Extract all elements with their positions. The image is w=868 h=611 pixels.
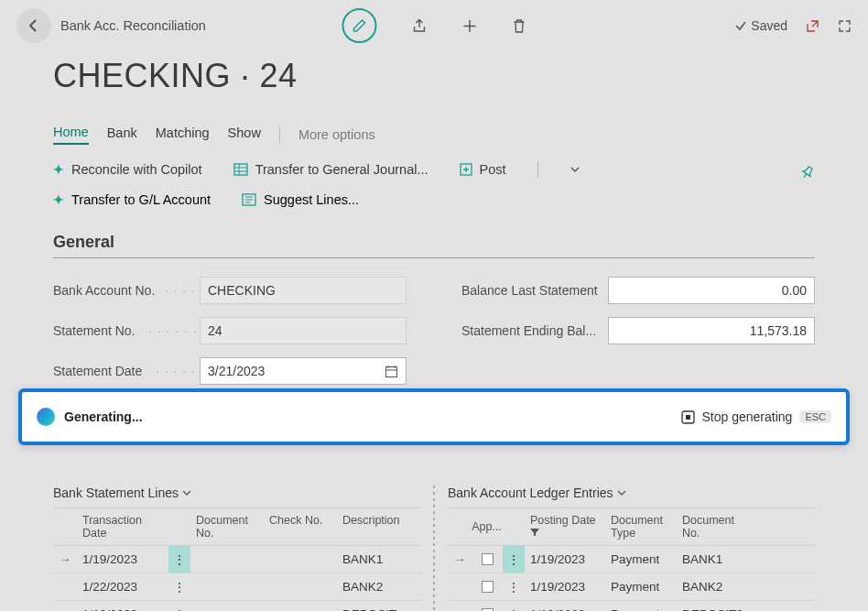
cell-doc-type: Payment bbox=[605, 580, 677, 594]
row-actions-button[interactable]: ⋮ bbox=[168, 546, 190, 573]
popout-icon bbox=[806, 19, 819, 33]
col-posting-date[interactable]: Posting Date bbox=[525, 508, 605, 545]
chevron-down-icon bbox=[617, 490, 626, 496]
col-transaction-date[interactable]: Transaction Date bbox=[77, 508, 168, 545]
row-actions-button[interactable]: ⋮ bbox=[168, 573, 190, 600]
cell-desc: BANK2 bbox=[337, 580, 408, 594]
suggest-lines-button[interactable]: Suggest Lines... bbox=[242, 192, 359, 207]
label-statement-no: Statement No. bbox=[53, 323, 200, 338]
input-statement-no[interactable]: 24 bbox=[200, 317, 407, 344]
left-panel-title[interactable]: Bank Statement Lines bbox=[53, 486, 179, 500]
page-breadcrumb: Bank Acc. Reconciliation bbox=[60, 18, 206, 33]
action-label: Transfer to General Journal... bbox=[255, 162, 429, 177]
tab-matching[interactable]: Matching bbox=[156, 125, 210, 144]
action-label: Post bbox=[480, 162, 506, 177]
table-row[interactable]: 1/19/2023 ⋮ DEPOSIT bbox=[53, 601, 420, 611]
col-check-no[interactable]: Check No. bbox=[264, 508, 337, 545]
row-indicator: → bbox=[448, 552, 472, 566]
row-indicator: → bbox=[53, 552, 77, 566]
post-button[interactable]: Post bbox=[460, 162, 506, 177]
input-statement-date[interactable]: 3/21/2023 bbox=[200, 357, 407, 385]
cell-desc: DEPOSIT bbox=[337, 607, 408, 611]
svg-rect-0 bbox=[234, 164, 247, 175]
expand-icon bbox=[838, 19, 852, 33]
page-title: CHECKING · 24 bbox=[53, 57, 815, 95]
general-heading: General bbox=[53, 233, 815, 258]
reconcile-copilot-button[interactable]: ✦ Reconcile with Copilot bbox=[53, 162, 202, 177]
label-bank-account-no: Bank Account No. bbox=[53, 283, 200, 298]
esc-badge: ESC bbox=[799, 410, 831, 423]
share-icon bbox=[412, 18, 428, 34]
share-button[interactable] bbox=[412, 18, 428, 34]
row-actions-button[interactable]: ⋮ bbox=[168, 601, 190, 611]
post-icon bbox=[460, 163, 472, 176]
table-row[interactable]: ⋮ 1/19/2023 Payment BANK2 bbox=[448, 573, 815, 601]
svg-rect-3 bbox=[386, 366, 397, 376]
journal-icon bbox=[233, 163, 248, 176]
post-dropdown[interactable] bbox=[570, 166, 580, 173]
pin-icon bbox=[800, 165, 815, 180]
cell-posting-date: 1/19/2023 bbox=[525, 552, 605, 566]
cell-doc-type: Payment bbox=[605, 607, 677, 611]
copilot-icon bbox=[37, 408, 55, 426]
calendar-icon bbox=[385, 365, 398, 378]
pencil-icon bbox=[353, 18, 367, 33]
col-document-no[interactable]: Document No. bbox=[677, 508, 752, 545]
panel-divider[interactable] bbox=[433, 486, 435, 611]
transfer-gl-button[interactable]: ✦ Transfer to G/L Account bbox=[53, 192, 211, 207]
col-description[interactable]: Description bbox=[337, 508, 408, 545]
more-options-button[interactable]: More options bbox=[298, 127, 375, 142]
label-balance-last: Balance Last Statement bbox=[461, 283, 608, 298]
table-row[interactable]: → ⋮ 1/19/2023 Payment BANK1 bbox=[448, 546, 815, 573]
cell-date: 1/22/2023 bbox=[77, 580, 168, 594]
table-row[interactable]: ⋮ 1/19/2023 Payment DEPOSIT3 bbox=[448, 601, 815, 611]
tab-show[interactable]: Show bbox=[228, 125, 261, 144]
col-applied[interactable]: App... bbox=[472, 508, 503, 545]
action-label: Reconcile with Copilot bbox=[71, 162, 202, 177]
lines-icon bbox=[242, 193, 256, 206]
copilot-status: Generating... bbox=[64, 409, 143, 424]
check-icon bbox=[734, 19, 747, 32]
edit-button[interactable] bbox=[342, 8, 377, 43]
tab-bank[interactable]: Bank bbox=[107, 125, 137, 144]
cell-doc-type: Payment bbox=[605, 552, 677, 566]
saved-indicator: Saved bbox=[734, 18, 787, 33]
sparkle-icon: ✦ bbox=[53, 192, 64, 207]
transfer-journal-button[interactable]: Transfer to General Journal... bbox=[233, 162, 429, 177]
label-ending-bal: Statement Ending Bal... bbox=[461, 323, 608, 338]
col-document-no[interactable]: Document No. bbox=[190, 508, 264, 545]
table-row[interactable]: → 1/19/2023 ⋮ BANK1 bbox=[53, 546, 420, 573]
checkbox-icon bbox=[482, 553, 494, 565]
row-actions-button[interactable]: ⋮ bbox=[503, 601, 525, 611]
action-label: Transfer to G/L Account bbox=[71, 192, 211, 207]
expand-button[interactable] bbox=[838, 19, 852, 33]
label-statement-date: Statement Date bbox=[53, 364, 200, 378]
cell-date: 1/19/2023 bbox=[77, 607, 168, 611]
input-ending-bal[interactable]: 11,573.18 bbox=[608, 317, 815, 344]
popout-button[interactable] bbox=[806, 19, 819, 33]
table-row[interactable]: 1/22/2023 ⋮ BANK2 bbox=[53, 573, 420, 601]
delete-button[interactable] bbox=[513, 18, 526, 34]
right-panel-title[interactable]: Bank Account Ledger Entries bbox=[448, 486, 613, 500]
cell-doc-no: BANK1 bbox=[677, 552, 752, 566]
chevron-down-icon bbox=[570, 166, 580, 173]
back-button[interactable] bbox=[16, 8, 51, 43]
pin-button[interactable] bbox=[800, 165, 815, 180]
trash-icon bbox=[513, 18, 526, 34]
cell-posting-date: 1/19/2023 bbox=[525, 580, 605, 594]
arrow-left-icon bbox=[27, 18, 41, 33]
cell-applied[interactable] bbox=[472, 581, 503, 593]
tab-home[interactable]: Home bbox=[53, 125, 89, 145]
filter-icon bbox=[530, 529, 539, 536]
input-balance-last[interactable]: 0.00 bbox=[608, 277, 815, 304]
saved-label: Saved bbox=[751, 18, 787, 33]
stop-generating-button[interactable]: Stop generating ESC bbox=[681, 409, 831, 424]
cell-posting-date: 1/19/2023 bbox=[525, 607, 605, 611]
stop-icon bbox=[681, 410, 695, 424]
row-actions-button[interactable]: ⋮ bbox=[503, 573, 525, 600]
col-document-type[interactable]: Document Type bbox=[605, 508, 677, 545]
new-button[interactable] bbox=[462, 18, 478, 34]
input-bank-account-no[interactable]: CHECKING bbox=[200, 277, 407, 304]
cell-applied[interactable] bbox=[472, 553, 503, 565]
row-actions-button[interactable]: ⋮ bbox=[503, 546, 525, 573]
